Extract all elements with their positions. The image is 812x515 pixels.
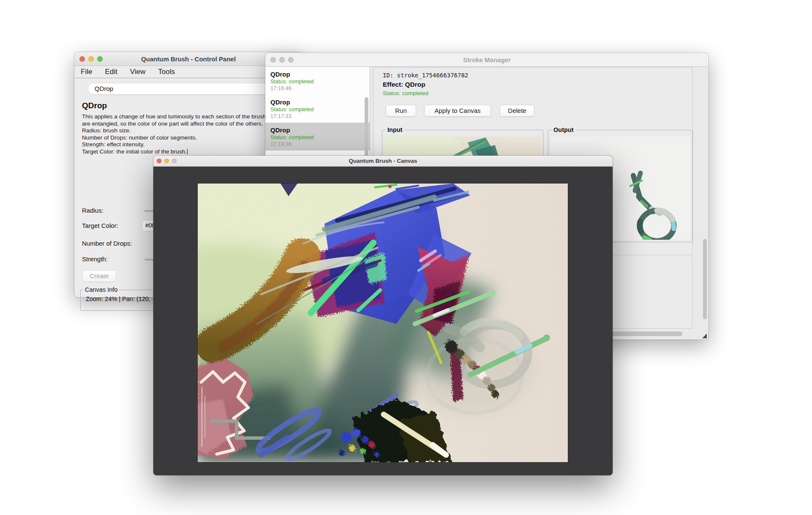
close-button[interactable] — [270, 57, 276, 63]
menu-tools[interactable]: Tools — [158, 68, 175, 76]
strength-label: Strength: — [82, 255, 108, 263]
minimize-button[interactable] — [164, 159, 169, 163]
window-title: Quantum Brush - Canvas — [349, 158, 417, 164]
description-line: are entangled, so the color of one part … — [82, 121, 267, 128]
delete-button[interactable]: Delete — [500, 105, 534, 117]
description-line: Strength: effect intensity. — [82, 141, 267, 148]
traffic-lights — [79, 52, 103, 66]
traffic-lights — [270, 53, 294, 66]
stroke-effect: Effect: QDrop — [383, 81, 425, 88]
canvas-titlebar[interactable]: Quantum Brush - Canvas — [153, 156, 613, 167]
minimize-button[interactable] — [279, 57, 285, 63]
zoom-button[interactable] — [172, 159, 177, 163]
input-legend: Input — [386, 126, 404, 133]
radius-label: Radius: — [82, 207, 104, 214]
text-caret — [187, 149, 188, 154]
stroke-list-item[interactable]: QDrop Status: completed 17:16:46 — [265, 67, 370, 95]
window-title: Stroke Manager — [463, 56, 511, 63]
minimize-button[interactable] — [88, 56, 94, 62]
description-line: Target Color: the initial color of the b… — [82, 148, 267, 156]
canvas-window: Quantum Brush - Canvas — [153, 156, 613, 475]
desktop: Quantum Brush - Control Panel File Edit … — [0, 0, 812, 515]
stroke-status: Status: completed — [383, 90, 428, 96]
description-line: Number of Drops: number of color segment… — [82, 134, 267, 142]
zoom-button[interactable] — [97, 56, 103, 62]
effect-description: This applies a change of hue and luminos… — [82, 113, 267, 156]
window-scrollbar-thumb[interactable] — [703, 239, 707, 319]
window-title: Quantum Brush - Control Panel — [141, 55, 236, 63]
create-button[interactable]: Create — [82, 270, 116, 282]
apply-to-canvas-button[interactable]: Apply to Canvas — [424, 105, 491, 117]
canvas-info-legend: Canvas Info — [83, 286, 119, 293]
drops-label: Number of Drops: — [82, 240, 132, 247]
close-button[interactable] — [79, 56, 85, 62]
target-color-label: Target Color: — [82, 222, 118, 229]
menu-file[interactable]: File — [81, 68, 92, 76]
description-line: Radius: brush size. — [82, 127, 267, 134]
run-button[interactable]: Run — [386, 105, 416, 117]
effect-heading: QDrop — [82, 101, 107, 110]
zoom-button[interactable] — [288, 57, 294, 63]
menu-edit[interactable]: Edit — [105, 68, 117, 76]
canvas-painting[interactable] — [198, 184, 568, 462]
close-button[interactable] — [157, 159, 161, 163]
stroke-id: ID: stroke_1754666376782 — [383, 72, 468, 79]
output-legend: Output — [552, 126, 575, 133]
resize-grip[interactable] — [702, 334, 707, 338]
stroke-manager-titlebar[interactable]: Stroke Manager — [265, 53, 708, 67]
description-line: This applies a change of hue and luminos… — [82, 113, 267, 121]
traffic-lights — [157, 156, 177, 166]
stroke-list-item[interactable]: QDrop Status: completed 17:17:33 — [265, 95, 370, 123]
stroke-list-item-selected[interactable]: QDrop Status: completed 17:19:36 — [265, 123, 370, 151]
canvas-workspace — [153, 167, 613, 475]
menu-view[interactable]: View — [130, 68, 146, 76]
